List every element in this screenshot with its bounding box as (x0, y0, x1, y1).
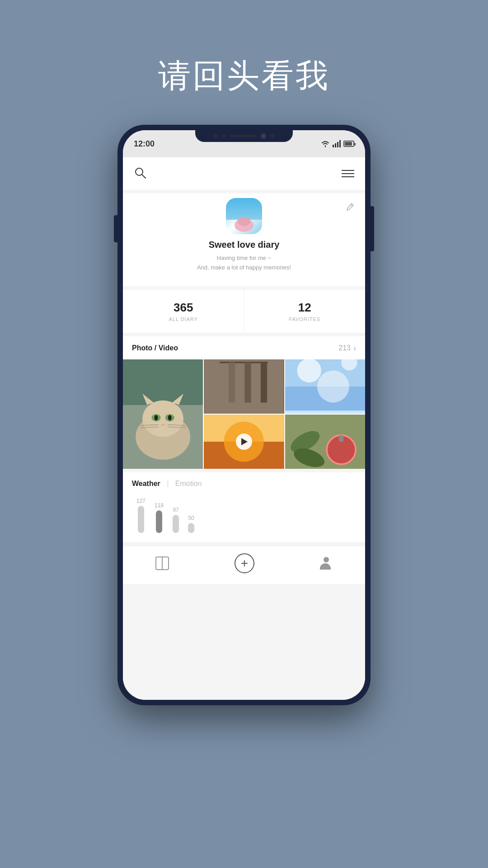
bar-fill-97 (173, 515, 179, 533)
bar-label-50: 50 (188, 515, 194, 521)
battery-fill (345, 142, 352, 146)
phone-inner: 12:00 (123, 130, 365, 700)
chart-area: 127 118 97 50 (132, 497, 356, 533)
battery-icon (343, 141, 354, 147)
tab-divider (168, 480, 168, 487)
camera-dot-2 (221, 134, 226, 138)
nav-diary-button[interactable] (155, 557, 169, 570)
svg-rect-0 (333, 145, 334, 147)
bar-127: 127 (136, 498, 145, 533)
photo-title: Photo / Video (132, 344, 178, 352)
page-title: 请回头看我 (158, 54, 330, 98)
camera-dot (213, 134, 218, 138)
status-icons (321, 140, 354, 147)
camera-dot-3 (270, 134, 275, 138)
stat-favorites[interactable]: 12 FAVORITES (244, 290, 366, 333)
bar-50: 50 (188, 515, 194, 533)
profile-bio-line1: Having time for me ~ (217, 255, 271, 261)
emotion-tab[interactable]: Emotion (175, 480, 202, 488)
profile-bio-line2: And, make a lot of happy memories! (197, 264, 291, 271)
camera-lens (260, 133, 267, 139)
cat-image (123, 359, 203, 469)
nav-bar (123, 157, 365, 190)
signal-icon (333, 140, 341, 147)
photo-clothes[interactable] (204, 359, 284, 414)
person-head (324, 557, 329, 562)
weather-section: Weather Emotion 127 118 (123, 472, 365, 542)
photo-header: Photo / Video 213 › (123, 344, 365, 359)
add-icon: + (235, 553, 254, 573)
svg-point-30 (297, 359, 321, 382)
profile-card: Sweet love diary Having time for me ~ An… (123, 193, 365, 286)
wifi-icon (321, 140, 330, 147)
app-content: Sweet love diary Having time for me ~ An… (123, 157, 365, 700)
weather-tabs: Weather Emotion (132, 480, 356, 488)
christmas-image (285, 415, 365, 469)
hamburger-line-3 (342, 176, 354, 177)
bar-label-118: 118 (155, 502, 164, 509)
clothes-image (204, 359, 284, 414)
svg-rect-2 (337, 142, 338, 147)
profile-name: Sweet love diary (209, 240, 280, 250)
play-button[interactable] (236, 434, 252, 450)
nav-add-button[interactable]: + (235, 553, 254, 573)
person-body (320, 563, 331, 570)
page-background: 请回头看我 12:00 (0, 0, 488, 868)
edit-button[interactable] (345, 203, 354, 214)
svg-rect-3 (339, 140, 341, 147)
pencil-icon (345, 203, 354, 212)
svg-point-15 (155, 415, 158, 420)
bar-label-97: 97 (173, 507, 178, 513)
svg-line-5 (142, 175, 145, 178)
svg-rect-39 (338, 435, 343, 441)
svg-line-6 (351, 204, 352, 206)
photo-grid (123, 359, 365, 469)
photo-section: Photo / Video 213 › (123, 336, 365, 469)
photo-snow[interactable] (285, 359, 365, 414)
avatar-wrapper (226, 198, 262, 234)
bar-fill-127 (138, 506, 144, 533)
search-icon (134, 166, 146, 179)
favorites-count: 12 (298, 301, 311, 315)
photo-cat[interactable] (123, 359, 203, 469)
snow-image (285, 359, 365, 414)
chevron-right-icon: › (353, 344, 356, 353)
photo-sunset[interactable] (204, 415, 284, 469)
svg-point-31 (317, 370, 349, 402)
svg-rect-29 (285, 410, 365, 414)
avatar-sky (226, 198, 262, 220)
favorites-label: FAVORITES (289, 316, 320, 322)
stat-diary[interactable]: 365 ALL DIARY (123, 290, 244, 333)
svg-point-10 (142, 400, 183, 437)
svg-point-16 (168, 415, 172, 420)
speaker (230, 135, 257, 137)
bar-fill-50 (188, 523, 194, 533)
search-button[interactable] (134, 166, 146, 181)
diary-count: 365 (174, 301, 193, 315)
play-triangle-icon (241, 438, 248, 445)
photo-count: 213 (338, 344, 351, 352)
hamburger-line-1 (342, 170, 354, 171)
bar-label-127: 127 (136, 498, 145, 504)
svg-rect-1 (335, 143, 336, 147)
diary-icon (155, 557, 169, 570)
nav-profile-button[interactable] (320, 557, 333, 570)
avatar (226, 198, 262, 234)
stats-card: 365 ALL DIARY 12 FAVORITES (123, 290, 365, 333)
photo-christmas[interactable] (285, 415, 365, 469)
status-time: 12:00 (134, 139, 155, 149)
menu-button[interactable] (342, 170, 354, 177)
profile-bio: Having time for me ~ And, make a lot of … (197, 254, 291, 273)
hamburger-line-2 (342, 173, 354, 174)
bottom-nav: + (123, 546, 365, 584)
bar-118: 118 (155, 502, 164, 533)
person-icon (320, 557, 333, 570)
weather-tab[interactable]: Weather (132, 480, 160, 488)
phone-shell: 12:00 (117, 125, 371, 705)
camera-area (195, 130, 293, 142)
photo-count-area[interactable]: 213 › (338, 344, 356, 353)
status-bar: 12:00 (123, 130, 365, 157)
svg-rect-22 (204, 359, 284, 414)
svg-rect-8 (123, 359, 203, 405)
avatar-cotton-2 (238, 217, 250, 226)
